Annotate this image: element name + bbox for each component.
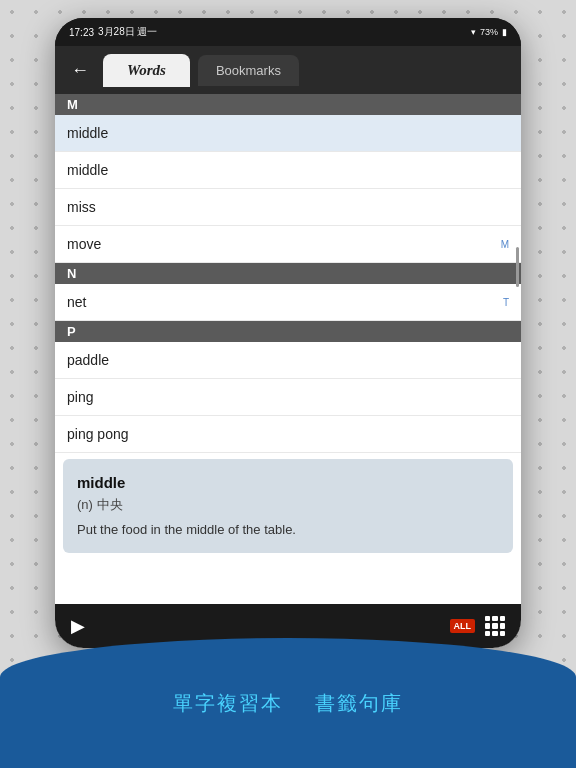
battery-icon: ▮	[502, 27, 507, 37]
word-row[interactable]: net T	[55, 284, 521, 321]
word-row[interactable]: middle	[55, 152, 521, 189]
bottom-label-1: 單字複習本	[173, 690, 283, 717]
word-text: middle	[67, 125, 108, 141]
def-pos: (n) 中央	[77, 495, 499, 516]
word-row[interactable]: move M	[55, 226, 521, 263]
word-text: paddle	[67, 352, 109, 368]
all-badge[interactable]: ALL	[450, 619, 476, 633]
screen: ← Words Bookmarks M middle middle miss m…	[55, 46, 521, 648]
status-left: 17:23 3月28日 週一	[69, 25, 158, 39]
battery-level: 73%	[480, 27, 498, 37]
status-time: 17:23	[69, 27, 94, 38]
back-button[interactable]: ←	[65, 56, 95, 85]
word-row[interactable]: paddle	[55, 342, 521, 379]
section-letter-p: P	[67, 324, 76, 339]
bottom-icons: ALL	[450, 616, 506, 636]
word-text: net	[67, 294, 86, 310]
word-text: middle	[67, 162, 108, 178]
bottom-label-2: 書籤句庫	[315, 690, 403, 717]
section-header-p: P	[55, 321, 521, 342]
grid-icon[interactable]	[485, 616, 505, 636]
word-list: M middle middle miss move M N net	[55, 94, 521, 604]
status-bar: 17:23 3月28日 週一 ▾ 73% ▮	[55, 18, 521, 46]
device-frame: 17:23 3月28日 週一 ▾ 73% ▮ ← Words Bookmarks…	[55, 18, 521, 648]
play-button[interactable]: ▶	[71, 615, 85, 637]
word-row[interactable]: ping	[55, 379, 521, 416]
word-text: ping pong	[67, 426, 129, 442]
wifi-icon: ▾	[471, 27, 476, 37]
tab-bookmarks[interactable]: Bookmarks	[198, 55, 299, 86]
definition-panel: middle (n) 中央 Put the food in the middle…	[63, 459, 513, 553]
word-text: miss	[67, 199, 96, 215]
def-word: middle	[77, 471, 499, 495]
word-row[interactable]: miss	[55, 189, 521, 226]
scroll-letter-t: T	[503, 297, 509, 308]
word-text: move	[67, 236, 101, 252]
section-letter-n: N	[67, 266, 76, 281]
section-header-m: M	[55, 94, 521, 115]
status-right: ▾ 73% ▮	[471, 27, 507, 37]
def-sentence: Put the food in the middle of the table.	[77, 520, 499, 541]
section-letter-m: M	[67, 97, 78, 112]
word-row[interactable]: ping pong	[55, 416, 521, 453]
tab-words[interactable]: Words	[103, 54, 190, 87]
status-date: 3月28日 週一	[98, 25, 157, 39]
scroll-letter-m: M	[501, 239, 509, 250]
word-text: ping	[67, 389, 93, 405]
bottom-section: 單字複習本 書籤句庫	[0, 638, 576, 768]
top-nav: ← Words Bookmarks	[55, 46, 521, 94]
section-header-n: N	[55, 263, 521, 284]
scroll-indicator	[516, 247, 519, 287]
word-row[interactable]: middle	[55, 115, 521, 152]
